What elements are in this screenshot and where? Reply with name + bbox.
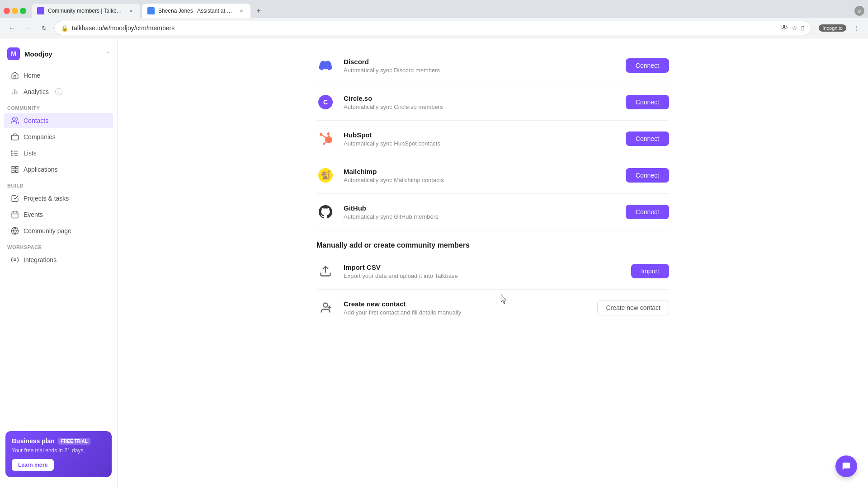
star-icon[interactable]: ☆ [792,24,797,32]
create-new-contact-button[interactable]: Create new contact [597,300,669,315]
workspace-name: Moodjoy [24,50,105,58]
sidebar-item-projects[interactable]: Projects & tasks [4,191,113,206]
integration-discord: Discord Automatically sync Discord membe… [316,47,669,84]
import-csv-icon [316,262,335,280]
business-plan-banner: Business plan FREE TRIAL Your free trial… [5,431,112,477]
mailchimp-connect-button[interactable]: Connect [626,168,669,183]
discord-info: Discord Automatically sync Discord membe… [344,58,626,74]
analytics-info-icon: i [55,88,62,95]
discord-icon [316,56,335,75]
app-layout: M Moodjoy ⌃ Home Analytics i COMMUNITY C… [0,38,868,488]
window-close-btn[interactable] [4,8,10,14]
banner-subtitle: Your free trial ends in 21 days. [12,447,105,454]
create-contact-name: Create new contact [344,300,597,308]
mailchimp-name: Mailchimp [344,168,626,175]
chat-bubble[interactable] [835,455,857,477]
lock-icon: 🔒 [61,25,68,32]
sidebar-toggle-icon[interactable]: ▯ [801,24,805,32]
hubspot-icon [316,130,335,148]
github-info: GitHub Automatically sync GitHub members [344,204,626,220]
svg-rect-15 [12,212,18,218]
sidebar-item-contacts[interactable]: Contacts [4,113,113,128]
banner-title: Business plan FREE TRIAL [12,437,105,445]
tab2-favicon [147,7,155,14]
sidebar-lists-label: Lists [24,150,37,157]
sidebar-item-companies[interactable]: Companies [4,129,113,145]
import-button[interactable]: Import [631,264,669,278]
tab1-close[interactable]: ✕ [127,7,135,14]
tab-community-members[interactable]: Community members | Talkba... ✕ [32,4,140,18]
svg-rect-12 [16,166,18,169]
github-icon [316,203,335,221]
github-connect-button[interactable]: Connect [626,205,669,219]
incognito-badge: Incognito [819,24,846,32]
discord-desc: Automatically sync Discord members [344,67,626,74]
sidebar-contacts-label: Contacts [24,117,48,124]
sidebar-item-lists[interactable]: Lists [4,145,113,161]
github-desc: Automatically sync GitHub members [344,213,626,220]
workspace-logo: M [7,47,20,60]
analytics-icon [11,88,19,96]
create-contact-info: Create new contact Add your first contac… [344,300,597,316]
reload-button[interactable]: ↻ [38,22,51,34]
circleso-name: Circle.so [344,94,626,102]
browser-chrome: Community members | Talkba... ✕ Sheena J… [0,0,868,38]
circleso-connect-button[interactable]: Connect [626,95,669,109]
back-button[interactable]: ← [5,22,18,34]
sidebar-item-analytics[interactable]: Analytics i [4,84,113,99]
workspace-section-label: WORKSPACE [0,239,117,252]
svg-rect-13 [16,170,18,173]
url-bar[interactable]: 🔒 talkbase.io/w/moodjoy/crm/members 👁 ☆ … [54,21,811,35]
window-min-btn[interactable] [12,8,18,14]
sidebar-item-events[interactable]: Events [4,207,113,222]
sidebar-community-page-label: Community page [24,227,71,235]
profile-icon[interactable]: ⊙ [854,6,864,16]
events-icon [11,211,19,219]
tab-sheena-jones[interactable]: Sheena Jones · Assistant at Mo... ✕ [142,4,250,18]
sidebar-home-label: Home [24,72,40,79]
circleso-info: Circle.so Automatically sync Circle.so m… [344,94,626,110]
learn-more-button[interactable]: Learn more [12,459,54,471]
svg-point-21 [14,259,16,261]
content-area: Discord Automatically sync Discord membe… [289,38,696,326]
integration-circleso: C Circle.so Automatically sync Circle.so… [316,84,669,121]
svg-rect-14 [12,170,14,173]
community-page-icon [11,227,19,235]
companies-icon [11,133,19,141]
discord-connect-button[interactable]: Connect [626,58,669,73]
sidebar-item-applications[interactable]: Applications [4,162,113,177]
address-icons: 👁 ☆ ▯ [781,24,805,32]
sidebar-item-home[interactable]: Home [4,68,113,83]
create-contact-row: Create new contact Add your first contac… [316,290,669,326]
integration-github: GitHub Automatically sync GitHub members… [316,194,669,230]
integration-hubspot: HubSpot Automatically sync HubSpot conta… [316,121,669,157]
import-csv-name: Import CSV [344,263,631,271]
tab1-favicon [37,7,44,14]
extensions-btn[interactable]: ⋮ [850,22,863,34]
sidebar-integrations-label: Integrations [24,256,57,263]
window-max-btn[interactable] [20,8,26,14]
workspace-chevron[interactable]: ⌃ [105,51,110,57]
tab-bar: Community members | Talkba... ✕ Sheena J… [0,0,868,18]
new-tab-button[interactable]: + [252,5,265,17]
url-text: talkbase.io/w/moodjoy/crm/members [72,24,777,32]
applications-icon [11,165,19,174]
tab2-label: Sheena Jones · Assistant at Mo... [158,8,234,14]
tab2-close[interactable]: ✕ [238,7,245,14]
build-section-label: BUILD [0,178,117,190]
svg-point-10 [12,155,13,156]
circleso-desc: Automatically sync Circle.so members [344,103,626,110]
sidebar-item-community-page[interactable]: Community page [4,223,113,239]
sidebar-item-integrations[interactable]: Integrations [4,252,113,267]
integration-mailchimp: 🐒 Mailchimp Automatically sync Mailchimp… [316,157,669,194]
import-csv-info: Import CSV Export your data and upload i… [344,263,631,279]
svg-point-8 [12,151,13,152]
hubspot-name: HubSpot [344,131,626,139]
forward-button[interactable]: → [22,22,34,34]
svg-point-3 [13,117,15,120]
discord-name: Discord [344,58,626,66]
tab1-label: Community members | Talkba... [48,8,124,14]
sidebar-header: M Moodjoy ⌃ [0,44,117,67]
hubspot-connect-button[interactable]: Connect [626,131,669,146]
mailchimp-info: Mailchimp Automatically sync Mailchimp c… [344,168,626,183]
